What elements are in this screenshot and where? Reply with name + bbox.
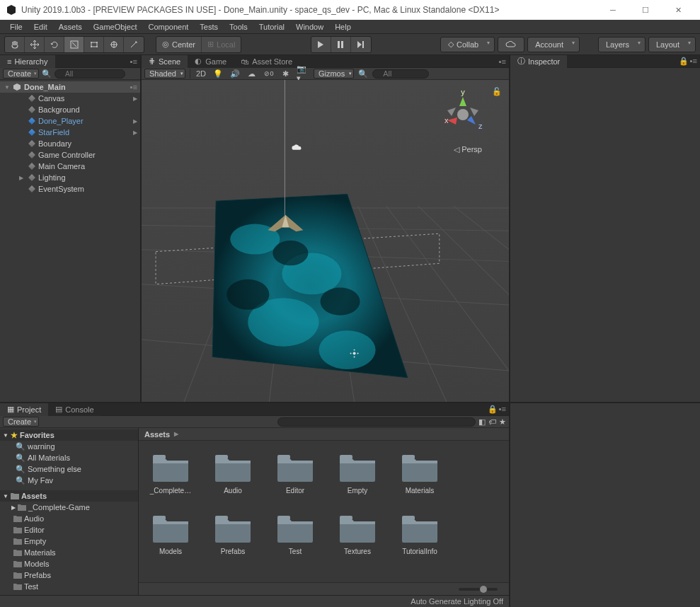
asset-folder-item[interactable]: ▶_Complete-Game	[0, 502, 138, 513]
cloud-button[interactable]	[498, 37, 524, 52]
menu-window[interactable]: Window	[290, 21, 329, 33]
hierarchy-create-button[interactable]: Create	[3, 69, 39, 79]
tab-scene[interactable]: ⋕Scene	[142, 55, 188, 68]
favorite-item[interactable]: 🔍warning	[0, 441, 138, 452]
assets-header[interactable]: ▼Assets	[0, 490, 138, 502]
folder-item[interactable]: Empty	[337, 452, 378, 495]
filter-icon[interactable]: ◧	[478, 417, 486, 427]
tab-asset-store[interactable]: 🛍Asset Store	[234, 55, 299, 68]
audio-toggle[interactable]: 🔊	[229, 69, 241, 79]
menu-help[interactable]: Help	[329, 21, 357, 33]
step-button[interactable]	[351, 37, 371, 52]
minimize-button[interactable]: ─	[597, 0, 629, 20]
hierarchy-item[interactable]: Canvas▶	[0, 93, 140, 104]
camera-toggle[interactable]: 📷▾	[297, 69, 309, 79]
play-button[interactable]	[311, 37, 331, 52]
scene-viewport[interactable]: y x z 🔓 ◁ Persp	[142, 80, 509, 402]
panel-menu-icon[interactable]: ▪≡	[690, 57, 697, 66]
rect-tool[interactable]	[84, 37, 104, 52]
favorites-header[interactable]: ▼★Favorites	[0, 429, 138, 441]
tab-project[interactable]: ▦Project	[0, 403, 48, 416]
tab-inspector[interactable]: ⓘInspector	[510, 55, 567, 68]
hierarchy-item[interactable]: ▶Lighting	[0, 172, 140, 183]
folder-item[interactable]: Models	[150, 513, 191, 555]
folder-item[interactable]: _Complete…	[150, 452, 191, 495]
hierarchy-item[interactable]: Background	[0, 104, 140, 115]
hierarchy-tree[interactable]: ▼ Done_Main ▪≡ Canvas▶BackgroundDone_Pla…	[0, 80, 140, 402]
lock-icon[interactable]: 🔒	[488, 405, 498, 414]
hierarchy-item[interactable]: Game Controller	[0, 149, 140, 161]
project-create-button[interactable]: Create	[3, 417, 39, 427]
maximize-button[interactable]: ☐	[629, 0, 662, 20]
move-tool[interactable]	[25, 37, 45, 52]
menu-gameobject[interactable]: GameObject	[88, 21, 143, 33]
projection-label[interactable]: ◁ Persp	[454, 145, 482, 154]
folder-item[interactable]: Editor	[275, 452, 316, 495]
account-dropdown[interactable]: Account	[527, 37, 580, 52]
menu-file[interactable]: File	[4, 21, 28, 33]
panel-menu-icon[interactable]: ▪≡	[499, 57, 506, 66]
scene-row[interactable]: ▼ Done_Main ▪≡	[0, 81, 140, 93]
transform-tool[interactable]	[104, 37, 124, 52]
rotate-tool[interactable]	[45, 37, 64, 52]
tools-toggle[interactable]: ✱	[280, 69, 292, 79]
lock-icon[interactable]: 🔓	[492, 87, 502, 96]
project-search-input[interactable]	[277, 417, 476, 427]
lock-icon[interactable]: 🔒	[679, 57, 689, 66]
breadcrumb[interactable]: Assets▶	[139, 428, 509, 441]
hierarchy-item[interactable]: Done_Player▶	[0, 115, 140, 127]
collab-dropdown[interactable]: ◇ Collab	[440, 37, 495, 52]
tab-hierarchy[interactable]: ≡Hierarchy	[0, 55, 55, 68]
hand-tool[interactable]	[5, 37, 25, 52]
tab-console[interactable]: ▤Console	[48, 403, 101, 416]
folder-item[interactable]: Prefabs	[212, 513, 253, 555]
hierarchy-item[interactable]: Boundary	[0, 138, 140, 149]
scene-search-input[interactable]	[372, 69, 429, 79]
gizmos-dropdown[interactable]: Gizmos	[314, 69, 354, 79]
folder-item[interactable]: Test	[275, 513, 316, 555]
asset-folder-item[interactable]: Test	[0, 581, 138, 592]
panel-menu-icon[interactable]: ▪≡	[499, 405, 506, 414]
filter-type-icon[interactable]: 🏷	[488, 417, 496, 426]
menu-tools[interactable]: Tools	[224, 21, 253, 33]
favorite-item[interactable]: 🔍My Fav	[0, 475, 138, 486]
favorite-item[interactable]: 🔍Something else	[0, 463, 138, 475]
lighting-toggle[interactable]: 💡	[212, 69, 224, 79]
folder-item[interactable]: Materials	[399, 452, 440, 495]
asset-folder-item[interactable]: Materials	[0, 547, 138, 558]
shading-mode-dropdown[interactable]: Shaded	[144, 69, 185, 79]
custom-tool[interactable]	[124, 37, 144, 52]
asset-folder-item[interactable]: Empty	[0, 536, 138, 547]
2d-toggle[interactable]: 2D	[195, 69, 207, 79]
orientation-gizmo[interactable]: y x z	[438, 90, 488, 139]
hierarchy-item[interactable]: Main Camera	[0, 161, 140, 172]
layers-dropdown[interactable]: Layers	[598, 37, 646, 52]
pause-button[interactable]	[331, 37, 351, 52]
tab-game[interactable]: ◐Game	[188, 55, 234, 68]
grid-size-slider[interactable]	[459, 588, 498, 591]
menu-tests[interactable]: Tests	[194, 21, 224, 33]
hierarchy-search-input[interactable]	[54, 69, 125, 79]
menu-tutorial[interactable]: Tutorial	[253, 21, 290, 33]
project-tree[interactable]: ▼★Favorites 🔍warning🔍All Materials🔍Somet…	[0, 428, 139, 595]
asset-folder-item[interactable]: Prefabs	[0, 570, 138, 581]
hidden-toggle[interactable]: ⊘0	[263, 69, 275, 79]
menu-edit[interactable]: Edit	[28, 21, 53, 33]
local-global-toggle[interactable]: ⊞ Local	[202, 37, 241, 52]
hierarchy-item[interactable]: StarField▶	[0, 127, 140, 138]
asset-folder-item[interactable]: Models	[0, 558, 138, 570]
pivot-center-toggle[interactable]: ◎ Center	[156, 37, 202, 52]
hierarchy-item[interactable]: EventSystem	[0, 183, 140, 195]
folder-item[interactable]: Textures	[337, 513, 378, 555]
folder-item[interactable]: Audio	[212, 452, 253, 495]
asset-folder-item[interactable]: Editor	[0, 524, 138, 536]
layout-dropdown[interactable]: Layout	[648, 37, 696, 52]
asset-grid[interactable]: _Complete…AudioEditorEmptyMaterialsModel…	[139, 441, 509, 582]
scale-tool[interactable]	[64, 37, 84, 52]
asset-folder-item[interactable]: Audio	[0, 513, 138, 524]
folder-item[interactable]: TutorialInfo	[399, 513, 440, 555]
panel-menu-icon[interactable]: ▪≡	[130, 57, 137, 66]
menu-assets[interactable]: Assets	[53, 21, 88, 33]
favorite-icon[interactable]: ★	[499, 417, 506, 427]
favorite-item[interactable]: 🔍All Materials	[0, 452, 138, 463]
